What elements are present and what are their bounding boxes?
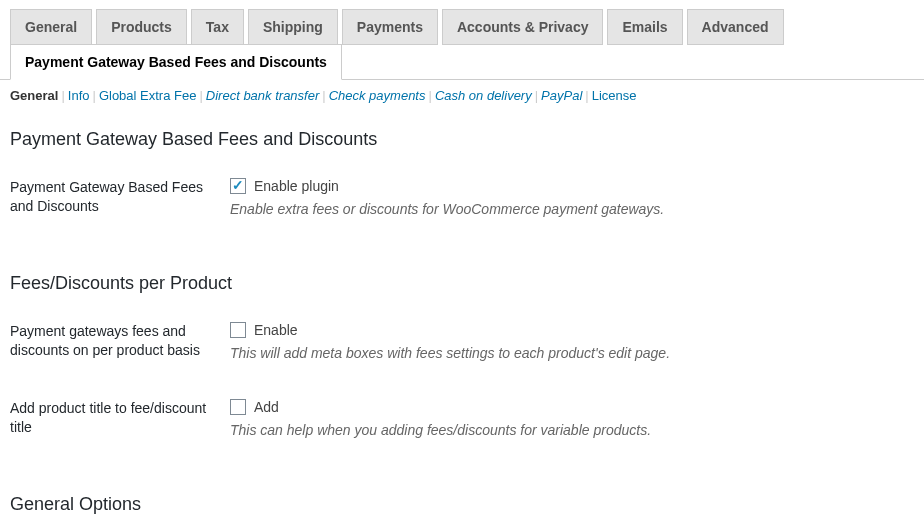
separator: |: [582, 88, 591, 103]
tab-shipping[interactable]: Shipping: [248, 9, 338, 45]
enable-plugin-checkbox[interactable]: [230, 178, 246, 194]
subnav-check-payments[interactable]: Check payments: [329, 88, 426, 103]
separator: |: [58, 88, 67, 103]
add-title-field[interactable]: Add: [230, 399, 914, 415]
add-title-description: This can help when you adding fees/disco…: [230, 422, 914, 438]
section-title-plugin: Payment Gateway Based Fees and Discounts: [10, 129, 914, 150]
tab-products[interactable]: Products: [96, 9, 187, 45]
per-product-field[interactable]: Enable: [230, 322, 914, 338]
subnav-direct-bank-transfer[interactable]: Direct bank transfer: [206, 88, 319, 103]
per-product-checkbox[interactable]: [230, 322, 246, 338]
tab-emails[interactable]: Emails: [607, 9, 682, 45]
subnav-general[interactable]: General: [10, 88, 58, 103]
add-title-checkbox-label: Add: [254, 399, 279, 415]
subnav-license[interactable]: License: [592, 88, 637, 103]
tab-general[interactable]: General: [10, 9, 92, 45]
separator: |: [196, 88, 205, 103]
separator: |: [319, 88, 328, 103]
subnav-info[interactable]: Info: [68, 88, 90, 103]
subnav-paypal[interactable]: PayPal: [541, 88, 582, 103]
section-title-per-product: Fees/Discounts per Product: [10, 273, 914, 294]
tab-payments[interactable]: Payments: [342, 9, 438, 45]
subnav-cash-on-delivery[interactable]: Cash on delivery: [435, 88, 532, 103]
per-product-checkbox-label: Enable: [254, 322, 298, 338]
enable-plugin-field[interactable]: Enable plugin: [230, 178, 914, 194]
per-product-description: This will add meta boxes with fees setti…: [230, 345, 914, 361]
separator: |: [532, 88, 541, 103]
tab-payment-gateway-based-fees-and-discounts[interactable]: Payment Gateway Based Fees and Discounts: [10, 44, 342, 80]
tab-advanced[interactable]: Advanced: [687, 9, 784, 45]
sub-navigation: General|Info|Global Extra Fee|Direct ban…: [0, 80, 924, 111]
enable-plugin-description: Enable extra fees or discounts for WooCo…: [230, 201, 914, 217]
section-title-general-options: General Options: [10, 494, 914, 515]
subnav-global-extra-fee[interactable]: Global Extra Fee: [99, 88, 197, 103]
separator: |: [90, 88, 99, 103]
separator: |: [425, 88, 434, 103]
enable-plugin-checkbox-label: Enable plugin: [254, 178, 339, 194]
row-label-per-product: Payment gateways fees and discounts on p…: [10, 322, 230, 399]
row-label-enable-plugin: Payment Gateway Based Fees and Discounts: [10, 178, 230, 255]
row-label-add-title: Add product title to fee/discount title: [10, 399, 230, 476]
add-title-checkbox[interactable]: [230, 399, 246, 415]
tab-accounts-privacy[interactable]: Accounts & Privacy: [442, 9, 604, 45]
tab-bar: GeneralProductsTaxShippingPaymentsAccoun…: [0, 0, 924, 80]
tab-tax[interactable]: Tax: [191, 9, 244, 45]
settings-content: Payment Gateway Based Fees and Discounts…: [0, 129, 924, 523]
